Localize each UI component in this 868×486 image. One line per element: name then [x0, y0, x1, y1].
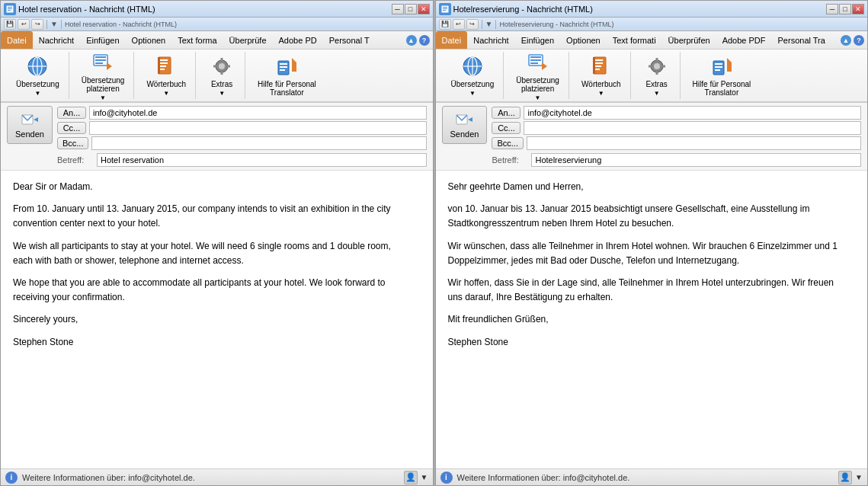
svg-rect-42 [530, 56, 541, 58]
right-body-p1: Sehr geehrte Damen und Herren, [448, 180, 844, 194]
left-menu-optionen[interactable]: Optionen [126, 31, 172, 49]
right-bcc-row: Bcc... [492, 136, 861, 150]
left-body-p5: Sincerely yours, [13, 312, 408, 327]
right-bcc-input[interactable] [527, 136, 861, 150]
left-email-body[interactable]: Dear Sir or Madam. From 10. January unti… [1, 171, 433, 468]
svg-rect-18 [158, 57, 160, 74]
svg-marker-45 [542, 62, 547, 70]
left-qa-save[interactable]: 💾 [4, 19, 16, 30]
svg-rect-28 [280, 69, 285, 71]
left-menu-adobepd[interactable]: Adobe PD [273, 31, 323, 49]
right-qa-title-area: Hotelreservierung - Nachricht (HTML) [499, 21, 613, 28]
left-bcc-input[interactable] [91, 136, 426, 150]
right-body-p3: Wir wünschen, dass alle Teilnehmer in Ih… [448, 239, 844, 268]
right-help-icon [709, 54, 734, 78]
left-bcc-row: Bcc... [57, 136, 427, 150]
left-cc-input[interactable] [89, 121, 427, 135]
right-quick-access: 💾 ↩ ↪ ▼ Hotelreservierung - Nachricht (H… [436, 18, 868, 31]
right-maximize-btn[interactable]: □ [839, 4, 851, 14]
right-menu-optionen[interactable]: Optionen [560, 31, 607, 49]
svg-rect-44 [530, 62, 538, 64]
left-minimize-btn[interactable]: ─ [392, 4, 404, 14]
left-info-btn[interactable]: ? [419, 35, 430, 46]
left-menu-nachricht[interactable]: Nachricht [33, 31, 80, 49]
right-qa-redo[interactable]: ↪ [466, 19, 479, 30]
right-cc-input[interactable] [524, 121, 861, 135]
right-ribbon-translation-btn[interactable]: Übersetzung ▼ [447, 51, 499, 100]
left-dict-label: Wörterbuch [146, 80, 186, 88]
left-subject-input[interactable] [97, 153, 427, 167]
right-ribbon-help-btn[interactable]: Hilfe für Personal Translator [688, 51, 756, 100]
left-status-bar: i Weitere Informationen über: info@cityh… [1, 468, 433, 485]
right-send-btn[interactable]: Senden [442, 106, 488, 144]
svg-rect-63 [727, 62, 732, 72]
left-ribbon-translation-btn[interactable]: Übersetzung ▼ [11, 51, 64, 100]
left-to-btn[interactable]: An... [57, 107, 86, 119]
svg-marker-65 [468, 117, 472, 122]
right-menu-adobepdf[interactable]: Adobe PDF [716, 31, 772, 49]
left-bcc-btn[interactable]: Bcc... [57, 137, 89, 149]
svg-rect-50 [595, 69, 600, 70]
right-info-btn[interactable]: ? [854, 35, 864, 46]
left-menu-textforma[interactable]: Text forma [171, 31, 223, 49]
svg-rect-36 [443, 10, 446, 11]
right-bcc-btn[interactable]: Bcc... [492, 137, 524, 149]
right-ribbon-place-btn[interactable]: Übersetzung platzieren ▼ [511, 47, 564, 104]
left-maximize-btn[interactable]: □ [405, 4, 417, 14]
left-menu-personalt[interactable]: Personal T [323, 31, 376, 49]
svg-rect-34 [443, 7, 447, 8]
left-qa-redo[interactable]: ↪ [31, 19, 43, 30]
left-scroll-down[interactable]: ▼ [421, 473, 428, 481]
right-close-btn[interactable]: ✕ [852, 4, 864, 14]
left-cc-btn[interactable]: Cc... [57, 122, 86, 134]
right-body-p4: Wir hoffen, dass Sie in der Lage sind, a… [448, 276, 844, 305]
right-menu-nachricht[interactable]: Nachricht [467, 31, 514, 49]
left-to-input[interactable] [89, 106, 427, 120]
right-qa-save[interactable]: 💾 [439, 19, 451, 30]
right-email-body[interactable]: Sehr geehrte Damen und Herren, von 10. J… [436, 171, 868, 468]
left-close-btn[interactable]: ✕ [418, 4, 430, 14]
left-send-btn[interactable]: Senden [7, 106, 53, 144]
right-subject-input[interactable] [531, 153, 861, 167]
svg-rect-47 [595, 59, 603, 61]
left-ribbon-extras-btn[interactable]: Extras ▼ [203, 51, 240, 100]
left-menu-einfuegen[interactable]: Einfügen [80, 31, 125, 49]
right-email-window: Hotelreservierung - Nachricht (HTML) ─ □… [435, 0, 869, 486]
left-quick-access: 💾 ↩ ↪ ▼ Hotel reservation - Nachricht (H… [1, 18, 433, 31]
right-compose-area: Senden An... Cc... Bcc... Betreff: [436, 103, 868, 485]
right-to-input[interactable] [524, 106, 861, 120]
left-menu-datei[interactable]: Datei [1, 31, 33, 49]
right-menu-personaltra[interactable]: Personal Tra [772, 31, 831, 49]
right-menu-datei[interactable]: Datei [436, 31, 468, 49]
right-send-label: Senden [450, 129, 479, 139]
right-help-btn[interactable]: ▲ [841, 35, 851, 46]
right-to-btn[interactable]: An... [492, 107, 520, 119]
right-menu-uberprüfen[interactable]: Überprüfen [662, 31, 716, 49]
right-cc-btn[interactable]: Cc... [492, 122, 520, 134]
left-qa-undo[interactable]: ↩ [18, 19, 30, 30]
svg-rect-48 [595, 62, 603, 64]
right-ribbon-extras-btn[interactable]: Extras ▼ [639, 51, 675, 100]
svg-rect-61 [715, 69, 720, 71]
svg-rect-1 [8, 7, 12, 8]
svg-rect-27 [280, 66, 287, 68]
right-minimize-btn[interactable]: ─ [826, 4, 838, 14]
left-ribbon-help-btn[interactable]: Hilfe für Personal Translator [253, 51, 321, 100]
left-help-btn[interactable]: ▲ [406, 35, 417, 46]
svg-rect-26 [280, 63, 287, 65]
left-ribbon-place-btn[interactable]: Übersetzung platzieren ▼ [77, 47, 130, 104]
right-menu-einfuegen[interactable]: Einfügen [515, 31, 560, 49]
right-qa-undo[interactable]: ↩ [453, 19, 465, 30]
svg-rect-16 [160, 66, 166, 67]
left-ribbon-dict-btn[interactable]: Wörterbuch ▼ [142, 51, 191, 100]
left-help-icon [274, 54, 299, 78]
right-extras-label: Extras [645, 80, 667, 88]
left-menu-uberprüfe[interactable]: Überprüfe [223, 31, 273, 49]
right-scroll-down[interactable]: ▼ [855, 473, 863, 481]
right-ribbon: Übersetzung ▼ Übersetzung platzieren ▼ [436, 50, 868, 103]
svg-rect-30 [292, 62, 296, 72]
right-title-text: Hotelreservierung - Nachricht (HTML) [453, 5, 593, 14]
right-ribbon-group1: Übersetzung ▼ [442, 52, 504, 99]
right-ribbon-dict-btn[interactable]: Wörterbuch ▼ [577, 51, 626, 100]
right-menu-textformati[interactable]: Text formati [607, 31, 662, 49]
